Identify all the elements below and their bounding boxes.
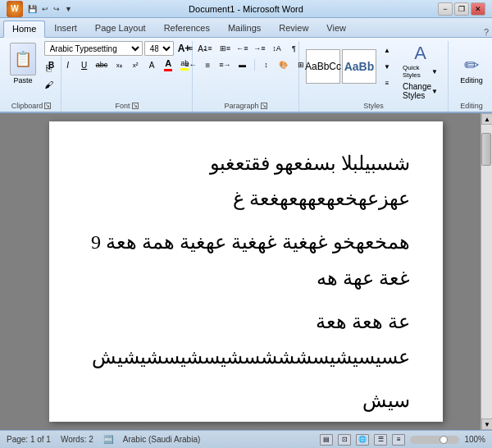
font-row-2: B I U abc x₂ x² A A ab: [44, 57, 193, 72]
document-page[interactable]: شسبيلبلا بسفعهو فقتعغبو عهزعهخعهعههعهغعة…: [49, 121, 443, 422]
bullets-button[interactable]: ≡: [183, 41, 199, 56]
align-right-button[interactable]: ≡→: [217, 57, 234, 72]
undo-quick-btn[interactable]: ↩: [40, 4, 50, 14]
para-row-2: ≡← ≡ ≡→ ▬ ↕ 🎨 ⊞: [183, 57, 309, 72]
style-normal-sample: AaBbCc: [306, 49, 340, 84]
strikethrough-button[interactable]: abc: [93, 57, 111, 72]
font-color-indicator: [164, 69, 172, 71]
superscript-button[interactable]: x²: [128, 57, 143, 72]
zoom-slider[interactable]: [410, 436, 459, 444]
styles-up-button[interactable]: ▲: [380, 43, 394, 57]
paragraph-group: ≡ 1≡ ⊞≡ ←≡ →≡ ↕A ¶ ≡← ≡ ≡→ ▬ ↕ 🎨 ⊞ Parag…: [193, 41, 299, 112]
para-divider-1: [254, 59, 255, 71]
tab-home[interactable]: Home: [3, 21, 45, 38]
clipboard-expand[interactable]: ↘: [44, 103, 51, 109]
editing-content: ✏ Editing: [453, 41, 490, 98]
quick-styles-dropdown[interactable]: ▼: [431, 68, 438, 75]
editing-group: ✏ Editing Editing: [449, 41, 492, 112]
tab-page-layout[interactable]: Page Layout: [86, 20, 155, 37]
font-color-letter: A: [165, 58, 171, 68]
quick-access-toolbar: 💾 ↩ ↪ ▼: [26, 4, 74, 14]
font-size-select[interactable]: 48: [144, 41, 174, 56]
change-styles-button[interactable]: Change Styles ▼: [398, 80, 443, 102]
styles-more-button[interactable]: ≡: [380, 75, 394, 90]
clipboard-label: Clipboard ↘: [2, 102, 61, 110]
editing-button[interactable]: ✏ Editing: [453, 45, 490, 94]
zoom-level: 100%: [464, 435, 485, 444]
multilevel-button[interactable]: ⊞≡: [217, 41, 234, 56]
zoom-thumb[interactable]: [440, 436, 448, 444]
scroll-track[interactable]: [481, 125, 492, 418]
quick-styles-container: AaBbCc AaBb ▲ ▼ ≡: [304, 41, 396, 92]
tab-mailings[interactable]: Mailings: [219, 20, 270, 37]
tab-review[interactable]: Review: [270, 20, 317, 37]
style-heading1-sample: AaBb: [342, 49, 376, 84]
quick-styles-icon: A: [414, 43, 426, 64]
paste-button[interactable]: 📋 Paste: [7, 41, 39, 86]
increase-indent-button[interactable]: →≡: [252, 41, 268, 56]
font-expand[interactable]: ↘: [132, 103, 139, 109]
restore-button[interactable]: ❐: [454, 2, 469, 16]
save-quick-btn[interactable]: 💾: [26, 4, 39, 14]
scroll-up-button[interactable]: ▲: [481, 113, 492, 125]
align-center-button[interactable]: ≡: [200, 57, 216, 72]
change-styles-label: Change Styles ▼: [403, 82, 438, 100]
font-label: Font ↘: [61, 102, 192, 110]
sort-button[interactable]: ↕A: [269, 41, 285, 56]
vertical-scrollbar[interactable]: ▲ ▼: [481, 113, 492, 430]
align-left-button[interactable]: ≡←: [183, 57, 199, 72]
bold-button[interactable]: B: [44, 57, 59, 72]
arabic-line-2[interactable]: همخعهخو غهغية غهغية عهغية همة هعة 9 غعة …: [82, 225, 410, 295]
status-bar: Page: 1 of 1 Words: 2 🔤 Arabic (Saudi Ar…: [0, 430, 492, 448]
editing-label-bottom: Editing: [449, 102, 492, 110]
paragraph-expand[interactable]: ↘: [261, 103, 267, 109]
shading-button[interactable]: 🎨: [276, 57, 292, 72]
justify-button[interactable]: ▬: [235, 57, 251, 72]
change-styles-dropdown[interactable]: ▼: [431, 88, 438, 95]
ribbon-help-btn[interactable]: ?: [484, 27, 489, 37]
font-name-select[interactable]: Arabic Typesetting: [44, 41, 143, 56]
title-bar-left: W 💾 ↩ ↪ ▼: [7, 1, 74, 17]
spell-check-icon: 🔤: [103, 435, 113, 444]
quick-styles-button[interactable]: AaBbCc AaBb ▲ ▼ ≡: [304, 41, 396, 92]
styles-down-button[interactable]: ▼: [380, 59, 394, 74]
arabic-line-3[interactable]: عة هعة هعة عسيسيشيسشششسشيسشيسشيشيش: [82, 304, 410, 375]
minimize-button[interactable]: −: [438, 2, 453, 16]
clear-format-button[interactable]: A: [144, 57, 159, 72]
style-samples: AaBbCc AaBb: [306, 49, 376, 84]
outline-btn[interactable]: ☰: [374, 434, 387, 446]
print-layout-btn[interactable]: ▤: [320, 434, 333, 446]
subscript-button[interactable]: x₂: [112, 57, 126, 72]
line-spacing-button[interactable]: ↕: [258, 57, 275, 72]
quick-styles-big-button[interactable]: A Quick Styles ▼: [398, 41, 443, 80]
redo-quick-btn[interactable]: ↪: [52, 4, 61, 14]
scroll-down-button[interactable]: ▼: [481, 418, 492, 430]
web-layout-btn[interactable]: 🌐: [356, 434, 369, 446]
numbering-button[interactable]: 1≡: [200, 41, 216, 56]
dropdown-quick-btn[interactable]: ▼: [63, 4, 74, 14]
styles-label: Styles: [299, 102, 448, 110]
tab-insert[interactable]: Insert: [45, 20, 86, 37]
styles-buttons: A Quick Styles ▼ Change Styles ▼: [398, 41, 443, 102]
decrease-indent-button[interactable]: ←≡: [235, 41, 251, 56]
window-title: Document1 - Microsoft Word: [0, 4, 492, 14]
status-right: ▤ ⊡ 🌐 ☰ ≡ 100%: [320, 434, 485, 446]
styles-content: AaBbCc AaBb ▲ ▼ ≡ A: [304, 41, 443, 102]
close-button[interactable]: ✕: [471, 2, 485, 16]
arabic-line-1[interactable]: شسبيلبلا بسفعهو فقتعغبو عهزعهخعهعههعهغعة…: [82, 146, 410, 217]
arabic-line-4[interactable]: سيش: [82, 383, 410, 418]
font-color-button[interactable]: A: [161, 57, 175, 72]
style-nav-buttons: ▲ ▼ ≡: [380, 43, 394, 90]
draft-btn[interactable]: ≡: [392, 434, 405, 446]
italic-button[interactable]: I: [61, 57, 75, 72]
scroll-thumb[interactable]: [481, 133, 491, 166]
word-count: Words: 2: [61, 435, 93, 444]
styles-group: AaBbCc AaBb ▲ ▼ ≡ A: [299, 41, 449, 112]
paste-label: Paste: [13, 76, 32, 85]
underline-button[interactable]: U: [77, 57, 92, 72]
paste-icon: 📋: [10, 43, 36, 75]
tab-references[interactable]: References: [155, 20, 219, 37]
ribbon-tabs: Home Insert Page Layout References Maili…: [0, 18, 492, 38]
full-screen-btn[interactable]: ⊡: [338, 434, 351, 446]
tab-view[interactable]: View: [317, 20, 355, 37]
